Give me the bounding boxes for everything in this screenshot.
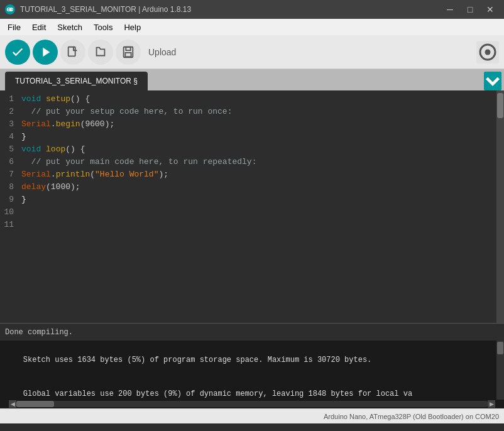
scrollbar-thumb[interactable] (497, 93, 503, 118)
console-line-1: Sketch uses 1634 bytes (5%) of program s… (23, 356, 372, 364)
tab-dropdown-button[interactable] (484, 72, 501, 90)
window-title: TUTORIAL_3_SERIAL_MONITOR | Arduino 1.8.… (20, 5, 191, 14)
console-output: Sketch uses 1634 bytes (5%) of program s… (0, 341, 504, 400)
verify-button[interactable] (5, 40, 30, 65)
menu-sketch[interactable]: Sketch (52, 21, 87, 34)
hscroll-thumb[interactable] (16, 401, 54, 407)
verify-icon (11, 45, 25, 59)
bottom-status-bar: Arduino Nano, ATmega328P (Old Bootloader… (0, 408, 504, 423)
save-icon (121, 45, 135, 59)
svg-point-12 (485, 49, 491, 55)
line-num: 6 (3, 156, 14, 168)
line-num: 8 (3, 181, 14, 194)
console-scrollbar[interactable] (496, 341, 504, 400)
title-bar: TUTORIAL_3_SERIAL_MONITOR | Arduino 1.8.… (0, 0, 504, 19)
vertical-scrollbar[interactable] (496, 90, 504, 323)
save-button[interactable] (116, 40, 141, 65)
toolbar: Upload (0, 35, 504, 69)
status-text: Done compiling. (5, 328, 73, 337)
window-controls[interactable]: ─ □ ✕ (441, 1, 499, 18)
code-editor[interactable]: 1 2 3 4 5 6 7 8 9 10 11 void setup() { /… (0, 90, 504, 323)
code-line-1: void setup() { (21, 93, 494, 106)
open-icon (94, 45, 107, 59)
code-line-9: delay(1000); (21, 181, 494, 194)
minimize-button[interactable]: ─ (441, 1, 459, 18)
console-text: Sketch uses 1634 bytes (5%) of program s… (5, 343, 499, 400)
console-scroll-thumb[interactable] (497, 342, 503, 354)
line-num: 10 (3, 206, 14, 219)
chevron-down-icon (484, 72, 501, 90)
menu-help[interactable]: Help (119, 21, 146, 34)
titlebar-left: TUTORIAL_3_SERIAL_MONITOR | Arduino 1.8.… (5, 4, 191, 14)
hscroll-right-button[interactable]: ▶ (488, 400, 495, 408)
svg-marker-6 (43, 47, 50, 57)
console-line-2: Global variables use 200 bytes (9%) of d… (23, 390, 412, 398)
arduino-icon (6, 6, 14, 13)
svg-rect-10 (125, 52, 131, 56)
line-numbers: 1 2 3 4 5 6 7 8 9 10 11 (0, 90, 19, 323)
new-icon (66, 45, 80, 59)
line-num: 7 (3, 168, 14, 181)
code-line-2: // put your setup code here, to run once… (21, 106, 494, 118)
status-bar: Done compiling. (0, 323, 504, 341)
svg-rect-9 (126, 46, 130, 50)
line-num: 1 (3, 93, 14, 106)
line-num: 2 (3, 106, 14, 118)
code-content[interactable]: void setup() { // put your setup code he… (19, 90, 496, 323)
line-num: 4 (3, 131, 14, 143)
board-status: Arduino Nano, ATmega328P (Old Bootloader… (324, 413, 499, 420)
menu-bar: File Edit Sketch Tools Help (0, 19, 504, 35)
hscroll-track[interactable] (16, 401, 488, 407)
close-button[interactable]: ✕ (481, 1, 499, 18)
code-line-7: // put your main code here, to run repea… (21, 156, 494, 168)
maximize-button[interactable]: □ (461, 1, 479, 18)
code-line-6: void loop() { (21, 143, 494, 156)
code-line-4: } (21, 131, 494, 143)
svg-rect-7 (68, 46, 75, 56)
serial-monitor-button[interactable] (476, 41, 499, 63)
code-line-10: } (21, 194, 494, 206)
menu-file[interactable]: File (3, 21, 26, 34)
hscroll-left-button[interactable]: ◀ (9, 400, 16, 408)
menu-edit[interactable]: Edit (27, 21, 51, 34)
code-line-8: Serial.println("Hello World"); (21, 168, 494, 181)
upload-label: Upload (143, 47, 474, 57)
upload-button[interactable] (33, 40, 58, 65)
arduino-logo (5, 4, 15, 14)
serial-monitor-icon (476, 41, 499, 63)
line-num: 3 (3, 118, 14, 131)
active-tab[interactable]: TUTORIAL_3_SERIAL_MONITOR § (5, 72, 148, 90)
line-num: 9 (3, 194, 14, 206)
open-button[interactable] (88, 40, 113, 65)
tab-label: TUTORIAL_3_SERIAL_MONITOR § (15, 77, 138, 85)
upload-icon (38, 45, 52, 59)
line-num: 11 (3, 219, 14, 231)
horizontal-scrollbar[interactable]: ◀ ▶ (0, 400, 504, 408)
tab-bar: TUTORIAL_3_SERIAL_MONITOR § (0, 69, 504, 90)
new-button[interactable] (60, 40, 85, 65)
menu-tools[interactable]: Tools (89, 21, 118, 34)
line-num: 5 (3, 143, 14, 156)
code-line-3: Serial.begin(9600); (21, 118, 494, 131)
